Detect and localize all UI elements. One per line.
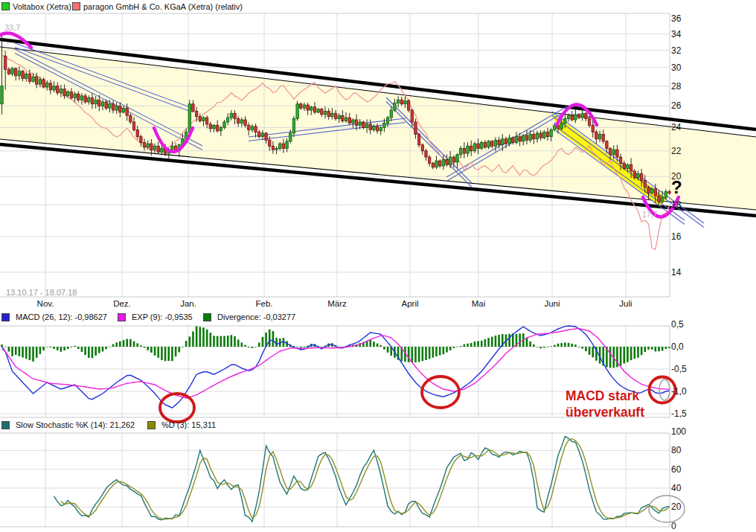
divergence-bar bbox=[474, 342, 476, 347]
divergence-bar bbox=[157, 347, 159, 358]
candle bbox=[324, 111, 326, 114]
paragon-swatch-icon bbox=[72, 2, 80, 10]
candle bbox=[57, 86, 59, 93]
macd-axis-label: -0,5 bbox=[671, 364, 687, 374]
divergence-bar bbox=[244, 345, 246, 347]
candle bbox=[355, 120, 357, 125]
divergence-bar bbox=[411, 347, 413, 362]
candle bbox=[352, 120, 354, 123]
candle bbox=[386, 118, 388, 123]
candle bbox=[115, 106, 118, 110]
candle bbox=[331, 113, 333, 116]
divergence-bar bbox=[554, 345, 556, 347]
divergence-bar bbox=[644, 347, 647, 352]
candle bbox=[654, 189, 656, 196]
divergence-bar bbox=[241, 342, 243, 347]
macd-legend-item: MACD (26, 12): -0,98627 bbox=[1, 313, 107, 321]
divergence-bar bbox=[53, 347, 55, 349]
candle bbox=[296, 104, 298, 119]
candle bbox=[251, 126, 253, 130]
candle bbox=[279, 144, 281, 148]
divergence-bar bbox=[32, 347, 34, 362]
stoch-axis-label: 60 bbox=[671, 464, 681, 475]
candle bbox=[11, 68, 13, 74]
price-axis-label: 32 bbox=[671, 45, 681, 56]
month-axis-label: Dez. bbox=[113, 299, 131, 308]
candle bbox=[592, 125, 594, 132]
candle bbox=[286, 141, 288, 149]
macd-axis-label: 0,0 bbox=[671, 342, 684, 352]
candle bbox=[390, 110, 392, 118]
divergence-bar bbox=[269, 330, 271, 347]
candle bbox=[254, 126, 257, 132]
candle bbox=[647, 188, 650, 193]
divergence-bar bbox=[202, 327, 205, 347]
candle bbox=[598, 135, 600, 139]
candle bbox=[567, 115, 569, 118]
candle bbox=[383, 123, 385, 127]
stoch-k-legend-label: Slow Stochastic %K (14): 21,262 bbox=[16, 420, 135, 429]
divergence-bar bbox=[408, 347, 410, 362]
candle bbox=[595, 132, 598, 138]
divergence-bar bbox=[248, 347, 250, 347]
candle bbox=[546, 132, 548, 136]
candle bbox=[63, 89, 65, 96]
divergence-bar bbox=[581, 347, 583, 349]
month-axis-label: Mai bbox=[472, 299, 486, 308]
candle bbox=[449, 157, 451, 164]
macd-legend-label: MACD (26, 12): -0,98627 bbox=[16, 313, 107, 321]
candle bbox=[477, 144, 479, 148]
divergence-bar bbox=[252, 347, 254, 348]
candle bbox=[88, 98, 90, 102]
divergence-bar bbox=[81, 347, 83, 352]
candle bbox=[571, 115, 573, 120]
divergence-bar bbox=[84, 347, 86, 355]
candle bbox=[536, 133, 538, 139]
price-axis-label: 30 bbox=[671, 63, 681, 73]
candle bbox=[171, 146, 173, 150]
divergence-bar bbox=[460, 346, 462, 347]
divergence-bar bbox=[39, 347, 42, 354]
divergence-bar bbox=[543, 347, 545, 347]
divergence-bar bbox=[641, 347, 643, 355]
price-axis-label: 28 bbox=[671, 81, 681, 92]
legend-item-paragon: paragon GmbH & Co. KGaA (Xetra) (relativ… bbox=[72, 2, 243, 11]
candle bbox=[442, 159, 444, 166]
candle bbox=[428, 157, 430, 163]
divergence-bar bbox=[435, 347, 438, 356]
divergence-bar bbox=[571, 344, 573, 347]
price-axis-label: 36 bbox=[671, 13, 681, 24]
candle bbox=[640, 174, 642, 181]
price-axis-label: 20 bbox=[671, 171, 681, 182]
candle bbox=[560, 123, 563, 128]
candle bbox=[550, 129, 552, 136]
divergence-bar bbox=[439, 347, 441, 356]
candle bbox=[161, 149, 163, 153]
candle bbox=[150, 144, 153, 150]
divergence-bar bbox=[220, 336, 222, 347]
candle bbox=[126, 108, 128, 115]
candle bbox=[140, 137, 142, 143]
candle bbox=[376, 126, 378, 131]
candle bbox=[668, 192, 670, 193]
candle bbox=[612, 150, 615, 155]
divergence-bar bbox=[171, 347, 173, 361]
candle bbox=[627, 164, 629, 168]
divergence-bar bbox=[539, 347, 542, 348]
divergence-bar bbox=[98, 347, 100, 353]
divergence-bar bbox=[192, 331, 194, 347]
candle bbox=[345, 118, 347, 121]
candle bbox=[272, 146, 274, 150]
candle bbox=[269, 140, 271, 146]
candle bbox=[365, 124, 368, 127]
divergence-bar bbox=[67, 347, 69, 349]
candle bbox=[119, 106, 121, 112]
divergence-bar bbox=[88, 347, 90, 358]
divergence-bar bbox=[296, 347, 298, 347]
divergence-bar bbox=[147, 347, 149, 350]
price-axis-label: 24 bbox=[671, 122, 681, 132]
candle bbox=[244, 120, 246, 125]
divergence-bar bbox=[547, 347, 549, 347]
divergence-bar bbox=[418, 347, 420, 362]
divergence-bar bbox=[529, 342, 531, 347]
